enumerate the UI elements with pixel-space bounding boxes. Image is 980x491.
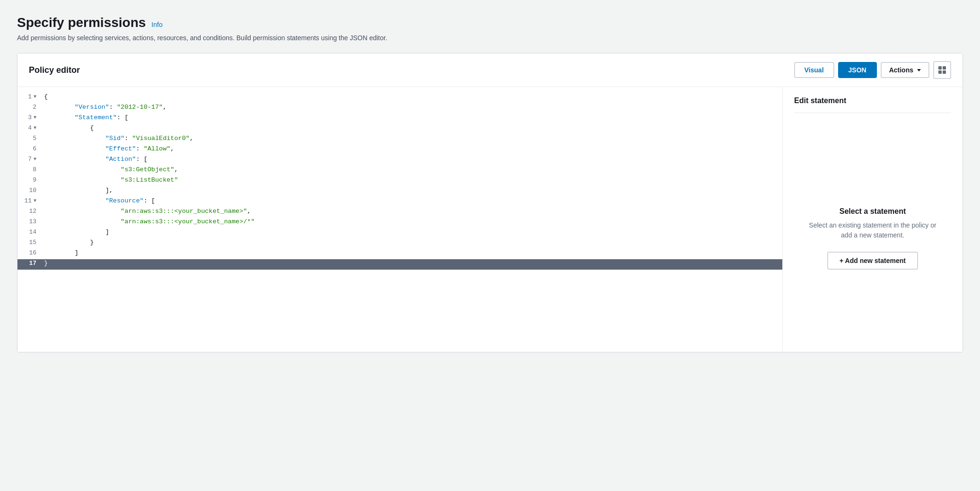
editor-body: 1 ▼ { 2 "Version": "2012-10-17", 3 ▼ "St…: [18, 87, 962, 352]
right-panel-title: Edit statement: [794, 96, 951, 113]
code-line: 13 "arn:aws:s3:::<your_bucket_name>/*": [18, 218, 782, 228]
fold-arrow[interactable]: ▼: [34, 115, 36, 120]
line-content: ]: [40, 249, 79, 256]
line-number: 10: [18, 187, 40, 194]
line-content: }: [40, 239, 94, 246]
line-number: 8: [18, 166, 40, 173]
fold-arrow[interactable]: ▼: [34, 125, 36, 131]
code-line: 16 ]: [18, 249, 782, 259]
editor-card: Policy editor Visual JSON Actions 1 ▼: [17, 53, 963, 352]
line-number: 14: [18, 228, 40, 236]
select-statement-desc: Select an existing statement in the poli…: [805, 220, 940, 240]
code-line: 10 ],: [18, 186, 782, 197]
line-content: "s3:ListBucket": [40, 176, 178, 184]
code-line: 12 "arn:aws:s3:::<your_bucket_name>",: [18, 207, 782, 218]
code-line: 4 ▼ {: [18, 124, 782, 134]
editor-controls: Visual JSON Actions: [794, 61, 951, 79]
select-statement-section: Select a statement Select an existing st…: [794, 121, 951, 342]
code-line: 3 ▼ "Statement": [: [18, 114, 782, 124]
line-number: 12: [18, 208, 40, 215]
actions-label: Actions: [889, 66, 913, 74]
line-content: "s3:GetObject",: [40, 166, 178, 173]
line-content: {: [40, 124, 94, 132]
line-content: "arn:aws:s3:::<your_bucket_name>",: [40, 208, 251, 215]
editor-title: Policy editor: [29, 65, 80, 75]
line-number: 5: [18, 135, 40, 142]
page-subtitle: Add permissions by selecting services, a…: [17, 34, 963, 42]
editor-header: Policy editor Visual JSON Actions: [18, 53, 962, 87]
fold-arrow[interactable]: ▼: [34, 198, 36, 203]
code-line: 11 ▼ "Resource": [: [18, 197, 782, 207]
code-line: 8 "s3:GetObject",: [18, 166, 782, 176]
add-new-statement-button[interactable]: + Add new statement: [827, 252, 918, 270]
line-number: 9: [18, 176, 40, 184]
line-content: "Sid": "VisualEditor0",: [40, 135, 193, 142]
line-content: "Effect": "Allow",: [40, 145, 174, 152]
code-panel[interactable]: 1 ▼ { 2 "Version": "2012-10-17", 3 ▼ "St…: [18, 87, 783, 352]
code-line: 7 ▼ "Action": [: [18, 155, 782, 166]
line-content: {: [40, 93, 48, 100]
code-line: 5 "Sid": "VisualEditor0",: [18, 134, 782, 145]
code-line-highlighted: 17 }: [18, 259, 782, 270]
line-number: 4 ▼: [18, 124, 40, 132]
page-title: Specify permissions: [17, 15, 146, 30]
code-line: 6 "Effect": "Allow",: [18, 145, 782, 155]
actions-button[interactable]: Actions: [881, 62, 929, 78]
line-content: "Version": "2012-10-17",: [40, 104, 166, 111]
line-number: 7 ▼: [18, 156, 40, 163]
line-content: "Action": [: [40, 156, 148, 163]
line-number: 2: [18, 104, 40, 111]
line-content: ],: [40, 187, 113, 194]
line-number: 15: [18, 239, 40, 246]
tab-visual[interactable]: Visual: [794, 62, 834, 78]
fold-arrow[interactable]: ▼: [34, 94, 36, 99]
fold-arrow[interactable]: ▼: [34, 157, 36, 162]
line-content-highlighted: }: [40, 260, 48, 267]
right-panel: Edit statement Select a statement Select…: [783, 87, 962, 352]
chevron-down-icon: [917, 69, 921, 71]
code-line: 1 ▼ {: [18, 93, 782, 103]
line-number: 1 ▼: [18, 93, 40, 100]
line-content: "Statement": [: [40, 114, 128, 121]
line-number: 13: [18, 218, 40, 225]
select-statement-heading: Select a statement: [840, 207, 906, 216]
code-line: 2 "Version": "2012-10-17",: [18, 103, 782, 114]
line-content: "Resource": [: [40, 197, 155, 204]
page-header: Specify permissions Info Add permissions…: [17, 15, 963, 42]
line-number-highlighted: 17: [18, 260, 40, 267]
line-number: 3 ▼: [18, 114, 40, 121]
info-link[interactable]: Info: [151, 21, 162, 28]
tab-json[interactable]: JSON: [838, 62, 877, 78]
code-line: 9 "s3:ListBucket": [18, 176, 782, 186]
view-toggle-button[interactable]: [933, 61, 951, 79]
line-content: ]: [40, 228, 109, 236]
line-number: 16: [18, 249, 40, 256]
code-line: 15 }: [18, 238, 782, 249]
grid-icon: [938, 66, 946, 74]
line-number: 6: [18, 145, 40, 152]
line-number: 11 ▼: [18, 197, 40, 204]
line-content: "arn:aws:s3:::<your_bucket_name>/*": [40, 218, 255, 225]
code-line: 14 ]: [18, 228, 782, 238]
